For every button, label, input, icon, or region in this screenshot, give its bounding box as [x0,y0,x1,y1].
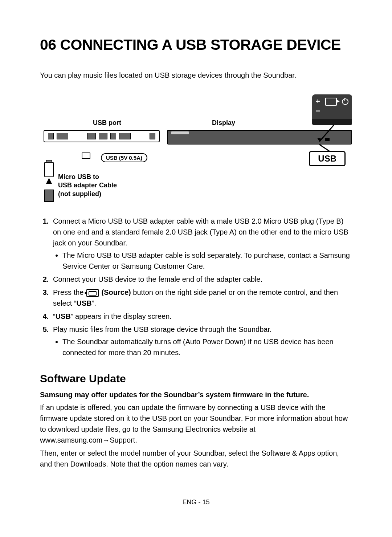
source-icon [325,98,337,106]
power-icon [342,98,348,105]
step-item: “USB” appears in the display screen. [51,311,352,322]
brand-mark-icon [171,131,189,134]
port-icon [110,133,116,139]
step-text: “ [53,312,56,320]
step-text: ”. [92,299,96,307]
body-paragraph: Then, enter or select the model number o… [40,448,352,469]
intro-text: You can play music files located on USB … [40,70,352,81]
cable-label-line: USB adapter Cable [58,182,117,189]
arrow-up-icon [46,178,52,184]
cable-label: Micro USB to USB adapter Cable (not supp… [58,173,117,198]
usb-bold: USB [76,299,91,307]
body-paragraph: If an update is offered, you can update … [40,402,352,446]
sub-list: The Micro USB to USB adapter cable is so… [53,250,352,272]
source-icon [86,289,99,297]
section-heading: Software Update [40,373,352,385]
usb-spec-badge: USB (5V 0.5A) [101,153,147,162]
manual-page: 06 CONNECTING A USB STORAGE DEVICE You c… [0,0,392,528]
instruction-list: Connect a Micro USB to USB adapter cable… [40,216,352,358]
step-text: Press the [53,288,86,296]
port-icon [48,133,54,139]
port-icon [99,133,107,139]
soundbar-bottom-illustration [44,130,160,142]
source-label: (Source) [99,288,131,296]
volume-minus-icon: − [316,106,348,116]
display-label: Display [212,119,235,127]
pointer-line-icon [305,124,348,157]
step-text: ” appears in the display screen. [71,312,172,320]
cable-label-line: Micro USB to [58,173,99,180]
section-subheading: Samsung may offer updates for the Soundb… [40,391,352,399]
control-panel-illustration: + − [312,94,352,125]
connection-diagram: USB port Display + − USB (5V 0.5A) [40,92,352,208]
volume-plus-icon: + [316,97,320,106]
usb-flash-drive-icon [44,162,54,177]
step-item: Play music files from the USB storage de… [51,324,352,358]
sub-item: The Soundbar automatically turns off (Au… [62,336,352,358]
port-icon [119,133,131,139]
step-item: Press the (Source) button on the right s… [51,287,352,309]
usb-bold: USB [56,312,71,320]
port-icon [87,133,96,139]
usb-a-connector-icon [44,190,54,202]
page-title: 06 CONNECTING A USB STORAGE DEVICE [40,36,352,53]
page-footer: ENG - 15 [40,499,352,506]
svg-line-2 [319,145,330,152]
port-icon [150,133,155,139]
port-icon [57,133,68,139]
step-text: Play music files from the USB storage de… [53,325,272,333]
cable-label-line: (not supplied) [58,190,101,198]
sub-list: The Soundbar automatically turns off (Au… [53,336,352,358]
sub-item: The Micro USB to USB adapter cable is so… [62,250,352,272]
step-item: Connect a Micro USB to USB adapter cable… [51,216,352,272]
usb-port-label: USB port [93,119,121,127]
step-item: Connect your USB device to the female en… [51,274,352,285]
step-text: Connect a Micro USB to USB adapter cable… [53,217,348,247]
micro-usb-plug-icon [82,152,90,159]
